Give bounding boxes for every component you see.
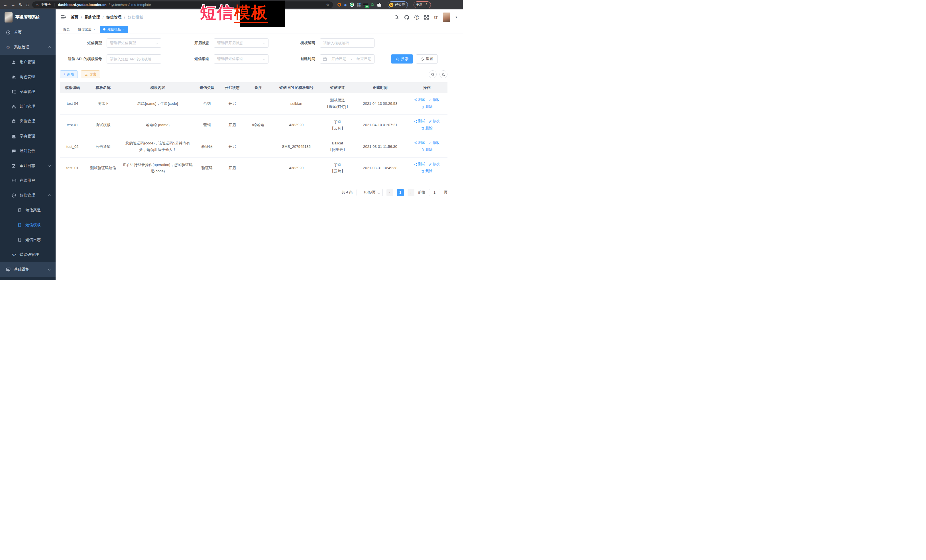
browser-update-pill[interactable]: 更新 ⋮ xyxy=(413,2,431,8)
sidebar-item-audit-log[interactable]: 审计日志 xyxy=(0,158,56,173)
sms-template-table: 模板编码 模板名称 模板内容 短信类型 开启状态 备注 短信 API 的模板编号… xyxy=(60,82,448,179)
breadcrumb-item[interactable]: 首页 xyxy=(71,15,79,20)
delete-link[interactable]: 删除 xyxy=(421,147,432,153)
sidebar-item-sms-management[interactable]: 短信管理 xyxy=(0,188,56,203)
reset-button[interactable]: 重置 xyxy=(416,54,438,63)
table-row[interactable]: test_02 公告通知 您的验证码{code}，该验证码5分钟内有效，请勿泄漏… xyxy=(60,136,448,157)
breadcrumb-item[interactable]: 系统管理 xyxy=(85,15,100,20)
extension-list-icon[interactable]: on xyxy=(363,3,368,6)
test-link[interactable]: 测试 xyxy=(414,161,425,168)
cell-type: 验证码 xyxy=(194,157,219,179)
sidebar-collapse-icon[interactable] xyxy=(61,15,66,20)
tab-sms-channel[interactable]: 短信渠道 × xyxy=(75,26,98,33)
table-row[interactable]: test_01 测试验证码短信 正在进行登录操作{operation}，您的验证… xyxy=(60,157,448,179)
main-area: 首页 / 系统管理 / 短信管理 / 短信模板 ? tT xyxy=(56,9,463,280)
browser-reload-icon[interactable]: ↻ xyxy=(19,3,23,7)
browser-back-icon[interactable]: ← xyxy=(3,3,8,7)
channel-label: 短信渠道 xyxy=(166,56,209,62)
sidebar-item-home[interactable]: 首页 xyxy=(0,25,56,40)
github-icon[interactable] xyxy=(404,15,409,20)
avatar-caret-icon[interactable]: ▾ xyxy=(455,15,457,19)
search-icon[interactable] xyxy=(394,15,399,20)
edit-link[interactable]: 修改 xyxy=(429,97,440,103)
extensions-puzzle-icon[interactable] xyxy=(377,3,381,7)
close-icon[interactable]: × xyxy=(94,28,95,31)
goto-page-input[interactable] xyxy=(429,189,440,196)
show-search-button[interactable] xyxy=(429,70,437,78)
breadcrumb-item[interactable]: 短信管理 xyxy=(106,15,122,20)
export-button[interactable]: 导出 xyxy=(81,70,100,78)
sidebar-item-notices[interactable]: 通知公告 xyxy=(0,143,56,158)
date-range-picker[interactable]: 开始日期 - 结束日期 xyxy=(320,54,375,63)
test-link[interactable]: 测试 xyxy=(414,140,425,146)
table-row[interactable]: test-01 测试模板 哈哈哈 {name} 营销 开启 f哈哈哈 43839… xyxy=(60,115,448,136)
sidebar-item-dictionary[interactable]: 字典管理 xyxy=(0,129,56,143)
fullscreen-icon[interactable] xyxy=(424,15,429,20)
extension-grid-icon[interactable] xyxy=(357,3,360,6)
extension-pin-icon[interactable]: ◆ xyxy=(344,3,347,7)
sidebar-item-roles[interactable]: 角色管理 xyxy=(0,69,56,84)
browser-menu-icon[interactable]: ⋮ xyxy=(425,3,428,7)
tab-home[interactable]: 首页 xyxy=(60,26,73,33)
delete-link[interactable]: 删除 xyxy=(421,104,432,110)
add-button[interactable]: + 新增 xyxy=(60,70,78,78)
help-icon[interactable]: ? xyxy=(415,15,419,20)
edit-link[interactable]: 修改 xyxy=(429,118,440,124)
sidebar-item-infrastructure[interactable]: 基础设施 xyxy=(0,262,56,277)
delete-link[interactable]: 删除 xyxy=(421,125,432,131)
prev-page-button[interactable]: ‹ xyxy=(386,189,393,196)
test-link[interactable]: 测试 xyxy=(414,97,425,103)
current-page-button[interactable]: 1 xyxy=(397,189,404,196)
bookmark-star-icon[interactable]: ☆ xyxy=(326,3,330,7)
sidebar-item-sms-log[interactable]: 短信日志 xyxy=(0,232,56,247)
sidebar-item-label: 首页 xyxy=(14,30,22,35)
cell-api-id: SMS_207945135 xyxy=(272,136,321,157)
search-icon xyxy=(396,57,399,61)
sms-type-select[interactable]: 请选择短信类型 xyxy=(107,38,161,48)
sidebar-item-sms-template[interactable]: 短信模板 xyxy=(0,217,56,232)
sidebar-item-error-codes[interactable]: </> 错误码管理 xyxy=(0,247,56,262)
page-size-select[interactable]: 10条/页 xyxy=(357,189,383,196)
extension-ring-icon[interactable] xyxy=(337,3,341,6)
cell-name: 测试模板 xyxy=(85,115,121,136)
test-link[interactable]: 测试 xyxy=(414,118,425,124)
sidebar-item-posts[interactable]: 岗位管理 xyxy=(0,114,56,129)
browser-profile-pill[interactable]: 已暂停 xyxy=(387,2,408,8)
sidebar-item-sms-channel[interactable]: 短信渠道 xyxy=(0,203,56,217)
browser-home-icon[interactable]: ⌂ xyxy=(26,3,29,7)
font-size-icon[interactable]: tT xyxy=(434,15,438,20)
tab-sms-template[interactable]: 短信模板 × xyxy=(100,26,128,33)
api-template-id-label: 短信 API 的模板编号 xyxy=(60,56,102,62)
url-path: /system/sms/sms-template xyxy=(109,3,151,7)
cell-name: 测试验证码短信 xyxy=(85,157,121,179)
browser-toolbar: ← → ↻ ⌂ ⚠ 不安全 dashboard.yudao.iocoder.cn… xyxy=(0,0,463,9)
close-icon[interactable]: × xyxy=(123,28,125,31)
code-icon: </> xyxy=(11,252,16,257)
sidebar-item-label: 短信管理 xyxy=(20,193,35,198)
extension-magnifier-icon[interactable] xyxy=(371,3,375,7)
cell-api-id: 4383920 xyxy=(272,157,321,179)
table-row[interactable]: test-04 测试下 老鸡{name}，牛逼{code} 营销 开启 suib… xyxy=(60,93,448,115)
filter-buttons: 搜索 重置 xyxy=(391,54,448,63)
api-template-id-input[interactable] xyxy=(107,54,161,63)
sidebar-item-system[interactable]: ⚙ 系统管理 xyxy=(0,40,56,55)
edit-link[interactable]: 修改 xyxy=(429,140,440,146)
next-page-button[interactable]: › xyxy=(407,189,415,196)
template-code-input[interactable] xyxy=(320,38,375,48)
refresh-table-button[interactable] xyxy=(439,70,448,78)
sidebar-logo[interactable]: 芋道管理系统 xyxy=(0,9,56,25)
delete-link[interactable]: 删除 xyxy=(421,168,432,174)
sidebar-item-menus[interactable]: 菜单管理 xyxy=(0,84,56,99)
status-select[interactable]: 请选择开启状态 xyxy=(214,38,268,48)
sidebar-item-users[interactable]: 用户管理 xyxy=(0,55,56,69)
search-button[interactable]: 搜索 xyxy=(391,54,413,63)
edit-link[interactable]: 修改 xyxy=(429,161,440,168)
browser-forward-icon[interactable]: → xyxy=(11,3,15,7)
user-avatar[interactable] xyxy=(443,12,450,22)
sidebar-item-online-users[interactable]: 在线用户 xyxy=(0,173,56,188)
sidebar-item-departments[interactable]: 部门管理 xyxy=(0,99,56,114)
monitor-icon xyxy=(6,267,11,272)
address-bar[interactable]: ⚠ 不安全 dashboard.yudao.iocoder.cn/system/… xyxy=(32,2,333,8)
channel-select[interactable]: 请选择短信渠道 xyxy=(214,54,268,63)
extension-green-icon[interactable]: y xyxy=(350,3,354,7)
